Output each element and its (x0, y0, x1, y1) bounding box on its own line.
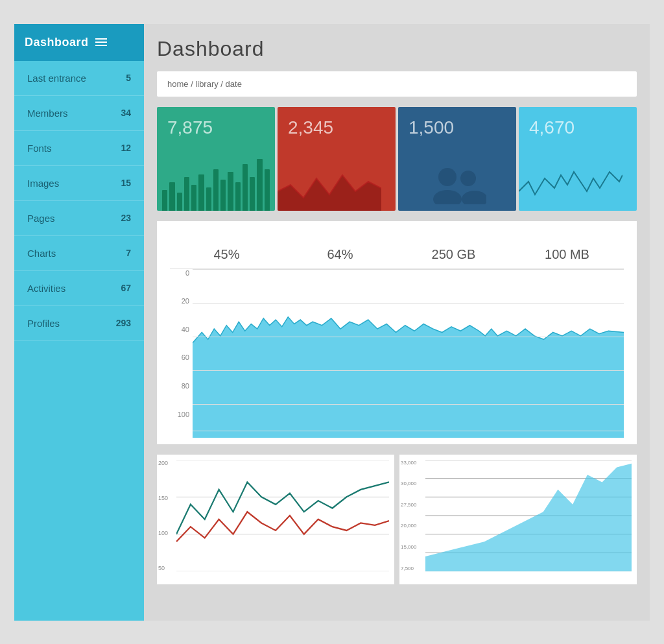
metric-item-2: 250 GB (397, 247, 510, 262)
sidebar-item-label: Activities (27, 283, 65, 294)
red-area-chart (278, 159, 381, 211)
h-line-20 (193, 404, 624, 405)
sidebar-item-badge: 5 (126, 73, 131, 83)
sidebar-header[interactable]: Dashboard (14, 24, 144, 61)
svg-marker-0 (278, 175, 381, 211)
sidebar-item-badge: 67 (121, 283, 131, 293)
h-line-60 (193, 337, 624, 337)
svg-point-4 (462, 191, 486, 204)
sidebar-item-members[interactable]: Members 34 (14, 96, 144, 131)
sidebar-item-label: Fonts (27, 143, 52, 154)
area-chart-container: 100 80 60 40 20 0 (170, 269, 624, 438)
sidebar-item-last-entrance[interactable]: Last entrance 5 (14, 61, 144, 96)
metrics-row: 45%64%250 GB100 MB (170, 234, 624, 269)
metric-item-1: 64% (283, 247, 397, 262)
h-line-40 (193, 370, 624, 371)
main-area-chart-svg (193, 269, 624, 438)
stat-card-cyan: 4,670 (519, 107, 637, 211)
hamburger-icon[interactable] (95, 38, 107, 46)
app-wrapper: Dashboard Last entrance 5 Members 34 Fon… (14, 24, 650, 621)
sidebar-item-badge: 293 (116, 318, 131, 328)
cyan-line-chart (519, 159, 622, 211)
bottom-left-svg (176, 460, 389, 571)
sidebar-item-label: Last entrance (27, 73, 86, 84)
sidebar-item-pages[interactable]: Pages 23 (14, 201, 144, 236)
metric-item-0: 45% (170, 247, 283, 262)
sidebar-item-badge: 15 (121, 178, 131, 188)
sidebar-item-fonts[interactable]: Fonts 12 (14, 131, 144, 166)
sidebar-item-charts[interactable]: Charts 7 (14, 236, 144, 271)
stat-cards: 7,875 (157, 107, 637, 211)
svg-point-2 (433, 190, 462, 204)
sidebar-item-badge: 34 (121, 108, 131, 118)
sidebar-item-activities[interactable]: Activities 67 (14, 271, 144, 306)
sidebar-item-label: Images (27, 178, 59, 189)
breadcrumb: home / library / date (157, 71, 637, 97)
bottom-charts: 50 100 150 200 (157, 455, 637, 584)
mini-bar-chart (157, 159, 275, 211)
users-icon (428, 165, 486, 204)
stat-value-1: 2,345 (288, 117, 385, 138)
page-title: Dashboard (157, 37, 637, 61)
y-axis-labels: 100 80 60 40 20 0 (170, 269, 189, 418)
stat-card-red: 2,345 (278, 107, 396, 211)
stat-value-2: 1,500 (409, 117, 506, 138)
chart-area (193, 269, 624, 438)
svg-marker-17 (425, 463, 632, 571)
h-line-100 (193, 269, 624, 270)
bottom-chart-right: 7,500 15,000 20,000 27,500 30,000 33,000 (399, 455, 637, 584)
stat-card-blue: 1,500 (398, 107, 516, 211)
sidebar-item-label: Charts (27, 248, 56, 259)
sidebar-item-label: Profiles (27, 318, 60, 329)
sidebar: Dashboard Last entrance 5 Members 34 Fon… (14, 24, 144, 621)
sidebar-item-badge: 7 (126, 248, 131, 258)
bottom-chart-left: 50 100 150 200 (157, 455, 394, 584)
dashboard-label: Dashboard (25, 36, 89, 49)
sidebar-item-profiles[interactable]: Profiles 293 (14, 306, 144, 341)
bottom-right-svg (425, 460, 632, 571)
h-line-0 (193, 431, 624, 431)
stat-value-3: 4,670 (529, 117, 626, 138)
h-line-80 (193, 303, 624, 304)
chart-section: 45%64%250 GB100 MB 100 80 60 40 20 0 (157, 221, 637, 444)
main-content: Dashboard home / library / date 7,875 (144, 24, 650, 621)
sidebar-item-label: Members (27, 108, 68, 119)
stat-value-0: 7,875 (167, 117, 265, 138)
svg-point-1 (438, 168, 456, 186)
sidebar-item-badge: 12 (121, 143, 131, 153)
sidebar-nav: Last entrance 5 Members 34 Fonts 12 Imag… (14, 61, 144, 341)
metric-item-3: 100 MB (510, 247, 624, 262)
stat-card-green: 7,875 (157, 107, 275, 211)
svg-point-3 (460, 171, 476, 186)
sidebar-item-badge: 23 (121, 213, 131, 223)
sidebar-item-label: Pages (27, 213, 55, 224)
sidebar-item-images[interactable]: Images 15 (14, 166, 144, 201)
